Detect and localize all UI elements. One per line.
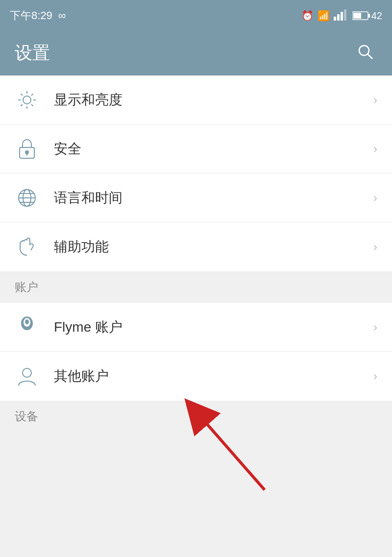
hand-icon xyxy=(15,235,39,259)
svg-line-8 xyxy=(368,54,372,59)
accounts-section-header: 账户 xyxy=(0,271,392,303)
app-header: 设置 xyxy=(0,31,392,75)
accounts-section-title: 账户 xyxy=(15,279,38,295)
flyme-label: Flyme 账户 xyxy=(54,318,373,337)
security-chevron: › xyxy=(373,142,377,156)
signal-icon xyxy=(334,9,348,23)
settings-item-flyme[interactable]: Flyme 账户 › xyxy=(0,303,392,352)
accessibility-label: 辅助功能 xyxy=(54,238,373,256)
globe-icon xyxy=(15,186,39,210)
other-accounts-chevron: › xyxy=(373,369,377,383)
display-label: 显示和亮度 xyxy=(54,91,373,109)
status-bar: 下午8:29 ∞ ⏰ 📶 42 xyxy=(0,0,392,31)
battery-icon: 42 xyxy=(352,10,382,22)
svg-line-15 xyxy=(31,104,33,106)
lock-icon xyxy=(15,137,39,161)
device-section-header: 设备 xyxy=(0,401,392,432)
search-button[interactable] xyxy=(353,39,377,68)
accessibility-chevron: › xyxy=(373,240,377,254)
settings-item-security[interactable]: 安全 › xyxy=(0,124,392,173)
flyme-icon xyxy=(15,315,39,339)
status-infinity: ∞ xyxy=(58,9,66,22)
svg-rect-2 xyxy=(341,12,343,21)
svg-line-16 xyxy=(31,94,33,96)
settings-item-accessibility[interactable]: 辅助功能 › xyxy=(0,222,392,271)
security-label: 安全 xyxy=(54,140,373,158)
user-icon xyxy=(15,364,39,388)
settings-general-section: 显示和亮度 › 安全 › 语言和时间 › xyxy=(0,75,392,271)
brightness-icon xyxy=(15,88,39,112)
device-section-title: 设备 xyxy=(15,409,38,424)
page-title: 设置 xyxy=(15,41,50,65)
status-time: 下午8:29 xyxy=(10,8,52,23)
svg-rect-6 xyxy=(353,13,361,19)
svg-line-14 xyxy=(21,94,23,96)
language-chevron: › xyxy=(373,191,377,205)
settings-accounts-section: Flyme 账户 › 其他账户 › xyxy=(0,303,392,401)
svg-point-29 xyxy=(23,368,31,377)
language-label: 语言和时间 xyxy=(54,189,373,207)
flyme-chevron: › xyxy=(373,320,377,334)
svg-point-28 xyxy=(25,319,29,324)
status-right: ⏰ 📶 42 xyxy=(301,9,382,23)
svg-rect-0 xyxy=(334,17,336,21)
clock-icon: ⏰ xyxy=(301,10,314,22)
svg-rect-1 xyxy=(337,14,340,21)
wifi-icon: 📶 xyxy=(318,10,330,22)
settings-item-display[interactable]: 显示和亮度 › xyxy=(0,75,392,124)
svg-rect-3 xyxy=(344,9,346,21)
svg-point-9 xyxy=(23,96,31,104)
battery-level: 42 xyxy=(371,10,382,22)
other-accounts-label: 其他账户 xyxy=(54,367,373,386)
settings-item-other-accounts[interactable]: 其他账户 › xyxy=(0,352,392,401)
status-left: 下午8:29 ∞ xyxy=(10,8,66,23)
display-chevron: › xyxy=(373,93,377,107)
svg-rect-5 xyxy=(368,14,370,18)
svg-line-17 xyxy=(21,104,23,106)
settings-item-language[interactable]: 语言和时间 › xyxy=(0,173,392,222)
svg-point-19 xyxy=(25,151,28,154)
